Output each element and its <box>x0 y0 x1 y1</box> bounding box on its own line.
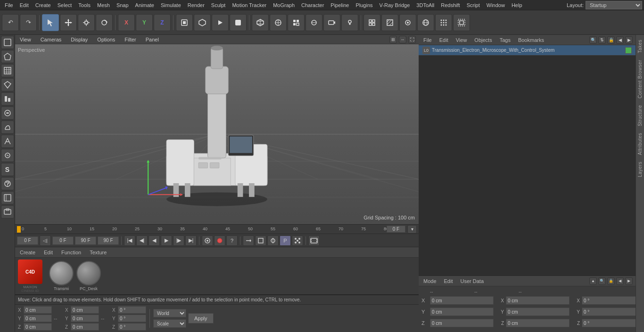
auto-key-btn[interactable] <box>202 235 213 246</box>
objects-objects-btn[interactable]: Objects <box>472 37 494 43</box>
viewport-display-menu[interactable]: Display <box>69 36 90 43</box>
menu-redshift[interactable]: Redshift <box>438 1 462 9</box>
undo-button[interactable]: ↶ <box>2 14 19 31</box>
tab-takes[interactable]: Takes <box>636 37 644 56</box>
viewport-canvas[interactable]: Perspective <box>15 44 419 224</box>
frame-left-btn[interactable]: ◁| <box>40 235 51 246</box>
axis-y-button[interactable]: Y <box>136 14 153 31</box>
material-edit-menu[interactable]: Edit <box>42 249 55 256</box>
attr-edit-btn[interactable]: Edit <box>442 278 455 284</box>
motion-btn-3[interactable] <box>267 235 279 246</box>
material-create-menu[interactable]: Create <box>18 249 37 256</box>
viewport-panel-menu[interactable]: Panel <box>144 36 161 43</box>
material-item-0[interactable]: Transmi <box>49 261 74 291</box>
selection-tool-button[interactable] <box>42 14 59 31</box>
menu-vray[interactable]: V-Ray Bridge <box>377 1 413 9</box>
help-btn[interactable]: ? <box>226 235 238 246</box>
object-row-0[interactable]: L0 Transmission_Electron_Microscope_With… <box>419 45 636 56</box>
material-item-1[interactable]: PC_Desk <box>76 261 101 291</box>
start-frame-input[interactable] <box>17 236 38 245</box>
attr-rot-x[interactable] <box>506 296 570 305</box>
attr-pos-y[interactable] <box>430 308 494 316</box>
sidebar-btn-4[interactable] <box>1 92 14 105</box>
layout-select[interactable]: Startup <box>586 1 642 9</box>
menu-3dtoall[interactable]: 3DToAll <box>413 1 437 9</box>
menu-script[interactable]: Script <box>464 1 483 9</box>
menu-help[interactable]: Help <box>509 1 525 9</box>
attr-icon-2[interactable]: 🔍 <box>598 277 606 285</box>
attr-icon-4[interactable]: ◀ <box>616 277 624 285</box>
viewport-filter-menu[interactable]: Filter <box>123 36 138 43</box>
dots-btn[interactable] <box>435 14 452 31</box>
attr-userdata-btn[interactable]: User Data <box>459 278 486 284</box>
menu-mesh[interactable]: Mesh <box>94 1 113 9</box>
world-btn[interactable] <box>417 14 434 31</box>
light-btn[interactable] <box>341 14 358 31</box>
texture-btn[interactable] <box>381 14 398 31</box>
timeline-track[interactable]: 0 5 10 15 20 25 30 35 40 45 50 55 60 65 <box>22 225 387 234</box>
viewport-btn-4[interactable] <box>305 14 322 31</box>
pos-x-input[interactable] <box>24 306 52 314</box>
viewport-icon-2[interactable]: ↔ <box>399 36 406 43</box>
sidebar-btn-1[interactable] <box>1 50 14 63</box>
sidebar-btn-12[interactable] <box>1 205 14 219</box>
menu-tools[interactable]: Tools <box>75 1 93 9</box>
prev-key-btn[interactable]: ◀| <box>136 235 148 246</box>
attr-scale-z[interactable] <box>582 319 636 327</box>
sidebar-btn-11[interactable] <box>1 191 14 204</box>
cube-view-button[interactable] <box>252 14 269 31</box>
redo-button[interactable]: ↷ <box>20 14 37 31</box>
rotate-tool-button[interactable] <box>96 14 113 31</box>
objects-icon-3[interactable]: 🔒 <box>607 36 615 44</box>
record-key-btn[interactable] <box>214 235 225 246</box>
objects-file-btn[interactable]: File <box>421 37 434 43</box>
menu-sculpt[interactable]: Sculpt <box>208 1 229 9</box>
menu-render[interactable]: Render <box>185 1 207 9</box>
objects-bookmarks-btn[interactable]: Bookmarks <box>516 37 546 43</box>
attr-scale-y[interactable] <box>582 308 636 316</box>
scale-tool-button[interactable] <box>78 14 95 31</box>
play-fwd-btn[interactable]: ▶ <box>161 235 172 246</box>
snap-btn[interactable] <box>363 14 380 31</box>
size-x-input[interactable] <box>118 306 146 314</box>
menu-file[interactable]: File <box>2 1 16 9</box>
current-frame-input[interactable] <box>387 226 405 233</box>
viewport-options-menu[interactable]: Options <box>95 36 117 43</box>
menu-pipeline[interactable]: Pipeline <box>328 1 352 9</box>
attr-scale-x[interactable] <box>582 296 636 305</box>
attr-icon-1[interactable]: ▲ <box>589 277 597 285</box>
axis-x-button[interactable]: X <box>118 14 135 31</box>
timeline-end-btn[interactable]: ▾ <box>407 225 417 234</box>
pos-z-input[interactable] <box>24 323 52 331</box>
viewport-btn-2[interactable] <box>270 14 287 31</box>
world-dropdown[interactable]: World <box>153 309 186 317</box>
motion-btn-2[interactable] <box>255 235 266 246</box>
timeline-start-marker[interactable] <box>17 226 21 233</box>
end-frame-input[interactable] <box>75 236 96 245</box>
sidebar-btn-2[interactable] <box>1 64 14 77</box>
objects-icon-4[interactable]: ◀ <box>616 36 624 44</box>
rot-y-input[interactable] <box>71 315 99 322</box>
move-tool-button[interactable] <box>60 14 77 31</box>
objects-icon-2[interactable]: ⇅ <box>598 36 606 44</box>
goto-start-btn[interactable]: |◀ <box>124 235 135 246</box>
attr-icon-3[interactable]: 🔒 <box>607 277 615 285</box>
menu-animate[interactable]: Animate <box>132 1 157 9</box>
objects-tags-btn[interactable]: Tags <box>498 37 512 43</box>
motion-btn-1[interactable] <box>243 235 254 246</box>
scale-dropdown[interactable]: Scale <box>153 319 186 328</box>
menu-simulate[interactable]: Simulate <box>158 1 184 9</box>
size-z-input[interactable] <box>118 323 146 331</box>
end-frame-input-2[interactable] <box>98 236 119 245</box>
menu-window[interactable]: Window <box>484 1 508 9</box>
viewport-cameras-menu[interactable]: Cameras <box>39 36 64 43</box>
apply-button[interactable]: Apply <box>188 313 214 324</box>
motion-btn-4[interactable]: P <box>280 235 291 246</box>
objects-icon-5[interactable]: ▶ <box>625 36 633 44</box>
size-y-input[interactable] <box>118 315 146 322</box>
playback-button[interactable] <box>212 14 229 31</box>
menu-select[interactable]: Select <box>55 1 75 9</box>
material-function-menu[interactable]: Function <box>59 249 83 256</box>
axis-z-button[interactable]: Z <box>154 14 171 31</box>
menu-motion-tracker[interactable]: Motion Tracker <box>229 1 269 9</box>
